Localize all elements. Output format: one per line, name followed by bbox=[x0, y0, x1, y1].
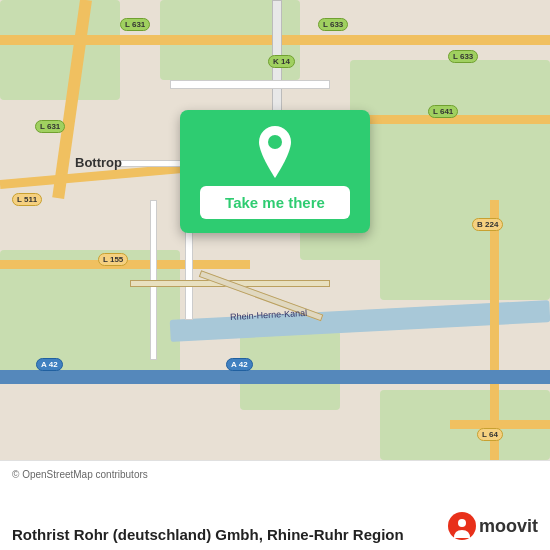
road-label-l631-mid: L 631 bbox=[35, 120, 65, 133]
road-label-l155: L 155 bbox=[98, 253, 128, 266]
map-container[interactable]: Rhein-Herne-Kanal L 631 L 633 L 633 K 14… bbox=[0, 0, 550, 460]
road-label-l511: L 511 bbox=[12, 193, 42, 206]
road-l64 bbox=[450, 420, 550, 429]
location-pin-icon bbox=[253, 126, 297, 178]
road-label-k14: K 14 bbox=[268, 55, 295, 68]
road-a42 bbox=[0, 370, 550, 384]
svg-point-2 bbox=[458, 519, 466, 527]
road-label-l64: L 64 bbox=[477, 428, 503, 441]
road-label-l633-top: L 633 bbox=[318, 18, 348, 31]
green-area-nw bbox=[0, 0, 120, 100]
popup-card: Take me there bbox=[180, 110, 370, 233]
bottom-bar: © OpenStreetMap contributors Rothrist Ro… bbox=[0, 460, 550, 550]
road-label-l641: L 641 bbox=[428, 105, 458, 118]
moovit-logo: moovit bbox=[448, 512, 538, 540]
road-label-l631-top: L 631 bbox=[120, 18, 150, 31]
road-center-h bbox=[170, 80, 330, 89]
moovit-icon bbox=[448, 512, 476, 540]
take-me-there-button[interactable]: Take me there bbox=[200, 186, 350, 219]
road-label-l633-right: L 633 bbox=[448, 50, 478, 63]
svg-point-0 bbox=[268, 135, 282, 149]
road-label-a42-left: A 42 bbox=[36, 358, 63, 371]
road-label-b224: B 224 bbox=[472, 218, 503, 231]
green-area-se bbox=[380, 200, 550, 300]
moovit-text: moovit bbox=[479, 516, 538, 537]
app: Rhein-Herne-Kanal L 631 L 633 L 633 K 14… bbox=[0, 0, 550, 550]
city-label-bottrop: Bottrop bbox=[75, 155, 122, 170]
osm-credit: © OpenStreetMap contributors bbox=[12, 469, 538, 480]
road-label-a42-right: A 42 bbox=[226, 358, 253, 371]
